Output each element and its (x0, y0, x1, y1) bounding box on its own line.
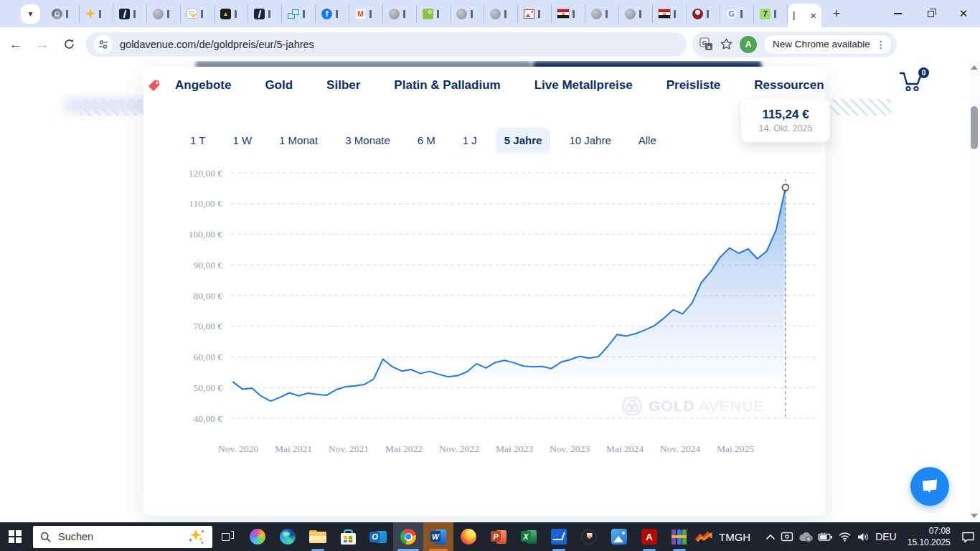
taskbar-app-winrar[interactable] (664, 522, 694, 551)
task-view-icon (222, 531, 234, 543)
active-browser-tab[interactable]: × (788, 4, 821, 27)
taskbar-clock[interactable]: 07:08 15.10.2025 (908, 525, 951, 548)
url-text[interactable]: goldavenue.com/de/goldpreis/eur/5-jahres (120, 39, 314, 50)
taskbar-app-scanner[interactable] (544, 522, 574, 551)
taskbar-search-box[interactable]: Suchen (33, 526, 212, 548)
browser-tab[interactable] (417, 4, 451, 23)
tab-title-sliver (740, 10, 743, 18)
browser-tab[interactable] (46, 4, 80, 23)
browser-tab[interactable] (147, 4, 181, 23)
language-indicator[interactable]: DEU (875, 531, 897, 542)
browser-tab[interactable] (518, 4, 552, 23)
site-info-icon[interactable] (94, 35, 113, 54)
tab-title-sliver (707, 10, 709, 18)
start-button[interactable] (0, 522, 30, 551)
battery-icon[interactable] (818, 532, 833, 542)
cast-screen-icon[interactable] (781, 532, 793, 542)
browser-tab[interactable]: f (316, 4, 349, 23)
browser-tab[interactable] (552, 4, 585, 23)
chrome-update-button[interactable]: New Chrome available ⋮ (763, 34, 892, 55)
wifi-icon[interactable] (838, 532, 852, 542)
tmgh-widget[interactable]: TMGH (694, 530, 750, 543)
notes-icon (187, 9, 197, 19)
close-tab-icon[interactable]: × (810, 10, 816, 21)
green-chart-icon (423, 9, 433, 19)
x-axis-label: Nov. 2021 (329, 443, 369, 454)
forward-button[interactable]: → (32, 34, 53, 55)
browser-tab[interactable] (181, 4, 215, 23)
browser-tab[interactable]: ▲ (215, 4, 248, 23)
page-scrollbar[interactable] (969, 61, 980, 522)
browser-tab[interactable] (653, 4, 687, 23)
browser-tab[interactable] (619, 4, 653, 23)
minimize-button[interactable] (881, 0, 914, 27)
browser-tab[interactable] (383, 4, 417, 23)
browser-tab[interactable] (282, 4, 316, 23)
copilot-sparkle-icon (187, 529, 205, 545)
address-bar[interactable]: goldavenue.com/de/goldpreis/eur/5-jahres (85, 32, 687, 57)
taskbar-app-firefox[interactable] (453, 522, 484, 551)
back-button[interactable]: ← (5, 34, 27, 55)
taskbar-app-powerpoint[interactable]: P (484, 522, 514, 551)
browser-tab[interactable]: M (349, 4, 383, 23)
scrollbar-thumb[interactable] (971, 106, 978, 149)
scroll-up-arrow[interactable] (971, 65, 978, 70)
notification-center-icon[interactable] (961, 531, 975, 543)
taskbar-app-store[interactable] (333, 522, 363, 551)
bookmark-star-icon[interactable] (720, 37, 733, 51)
teal-windows-icon (288, 9, 299, 19)
watermark-gold: GOLD (649, 397, 695, 414)
watermark-avenue: AVENUE (699, 397, 764, 414)
egypt-flag-icon (659, 9, 670, 18)
onedrive-paused-icon[interactable] (798, 532, 813, 542)
reload-button[interactable] (58, 34, 80, 55)
tooltip-date: 14. Okt. 2025 (758, 123, 812, 133)
scroll-down-arrow[interactable] (971, 514, 978, 518)
taskbar-app-chrome[interactable] (393, 522, 423, 551)
volume-icon[interactable] (857, 532, 870, 542)
taskbar-app-excel[interactable]: X (514, 522, 544, 551)
x-axis-label: Mai 2022 (385, 443, 423, 454)
triangle-icon: ▲ (220, 9, 231, 19)
browser-tab[interactable] (113, 4, 147, 23)
restore-button[interactable] (914, 0, 947, 27)
taskbar-app-copilot[interactable] (242, 522, 273, 551)
profile-avatar[interactable]: A (740, 36, 757, 53)
globe-icon (389, 9, 400, 19)
taskbar-app-photos[interactable] (604, 522, 634, 551)
taskbar-app-acrobat[interactable]: A (634, 522, 664, 551)
tab-search-button[interactable]: ▾ (21, 4, 40, 24)
browser-menu-icon[interactable]: ⋮ (876, 39, 886, 50)
browser-tab[interactable] (248, 4, 282, 23)
browser-tab[interactable] (80, 4, 113, 23)
copilot-icon (250, 529, 265, 545)
taskbar-app-shield-app[interactable] (574, 522, 604, 551)
browser-tab[interactable]: G (720, 4, 754, 23)
task-view-button[interactable] (212, 522, 242, 551)
translate-icon[interactable]: G a (699, 37, 713, 51)
taskbar-app-outlook[interactable]: O (363, 522, 393, 551)
tmgh-label: TMGH (719, 531, 750, 543)
search-icon (40, 532, 51, 542)
taskbar-app-word[interactable]: W (423, 522, 453, 551)
chat-widget-button[interactable] (910, 467, 949, 506)
browser-tab[interactable] (585, 4, 619, 23)
tray-chevron-up-icon[interactable] (765, 534, 776, 540)
y-axis-label: 50,00 € (194, 382, 223, 393)
close-window-button[interactable]: ✕ (947, 0, 980, 27)
taskbar-app-edge[interactable] (273, 522, 303, 551)
new-tab-button[interactable]: + (826, 4, 847, 24)
tab-title-sliver (606, 10, 608, 18)
tab-title-sliver (774, 10, 776, 18)
browser-tab[interactable] (451, 4, 484, 23)
taskbar-app-explorer[interactable] (303, 522, 333, 551)
toolbar-right-group: G a A New Chrome available ⋮ (692, 32, 897, 57)
chart-last-point-marker[interactable] (782, 184, 788, 191)
pinned-tabs-container: ▲fMG7 (46, 0, 788, 27)
browser-tab[interactable] (484, 4, 518, 23)
gold-price-chart[interactable]: 40,00 €50,00 €60,00 €70,00 €80,00 €90,00… (0, 61, 980, 522)
browser-tab[interactable]: 7 (754, 4, 788, 23)
chrome-icon (400, 529, 416, 545)
gold-avenue-watermark: GOLD AVENUE (621, 395, 764, 417)
browser-tab[interactable] (687, 4, 720, 23)
